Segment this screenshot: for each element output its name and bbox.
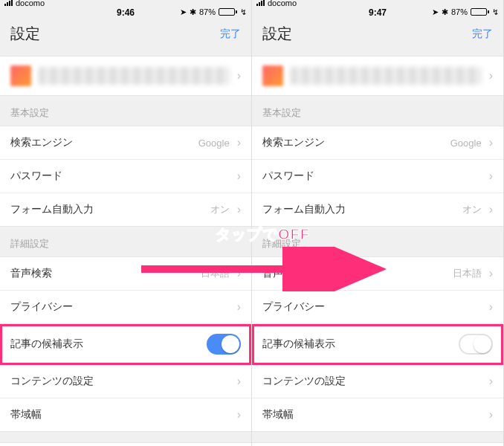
row-value: Google <box>198 138 230 149</box>
row-label: フォーム自動入力 <box>10 203 94 216</box>
location-icon: ➤ <box>180 7 187 17</box>
page-title: 設定 <box>10 24 40 44</box>
row-label: フォーム自動入力 <box>262 203 346 216</box>
nav-header: 設定 完了 <box>252 15 503 51</box>
done-button[interactable]: 完了 <box>472 28 493 41</box>
section-adv-header: 詳細設定 <box>252 227 503 256</box>
row-content-settings[interactable]: コンテンツの設定 › <box>0 365 251 398</box>
row-content-settings[interactable]: コンテンツの設定 › <box>252 365 503 398</box>
done-button[interactable]: 完了 <box>220 28 241 41</box>
row-label: 記事の候補表示 <box>262 337 335 351</box>
row-label: コンテンツの設定 <box>262 375 346 388</box>
row-value: 日本語 <box>201 267 230 280</box>
row-voice-search[interactable]: 音声検索 日本語› <box>252 257 503 291</box>
row-label: 記事の候補表示 <box>10 337 83 351</box>
bluetooth-icon: ✱ <box>442 7 448 17</box>
carrier-label: docomo <box>16 0 45 7</box>
charging-icon: ↯ <box>240 7 247 17</box>
nav-header: 設定 完了 <box>0 15 251 51</box>
battery-pct: 87% <box>451 7 468 16</box>
advanced-list: 音声検索 日本語› プライバシー › 記事の候補表示 コンテンツの設定 › 帯域… <box>252 256 503 432</box>
row-bandwidth[interactable]: 帯域幅 › <box>252 398 503 431</box>
account-row[interactable]: › <box>252 56 503 96</box>
row-article-suggestions[interactable]: 記事の候補表示 <box>0 324 251 365</box>
chevron-right-icon: › <box>237 204 241 216</box>
basic-list: 検索エンジン Google› パスワード › フォーム自動入力 オン› <box>252 126 503 227</box>
section-basic-header: 基本設定 <box>252 96 503 126</box>
row-label: パスワード <box>10 169 62 183</box>
avatar <box>10 65 31 86</box>
row-label: 帯域幅 <box>262 408 294 421</box>
row-privacy[interactable]: プライバシー › <box>0 291 251 324</box>
account-info-blurred <box>39 67 230 85</box>
row-article-suggestions[interactable]: 記事の候補表示 <box>252 324 503 365</box>
row-label: プライバシー <box>262 300 325 314</box>
chevron-right-icon: › <box>489 268 493 279</box>
row-label: 検索エンジン <box>10 136 73 149</box>
toggle-off[interactable] <box>459 334 493 355</box>
bluetooth-icon: ✱ <box>190 7 196 17</box>
row-label: パスワード <box>262 169 314 183</box>
row-about-chrome[interactable]: Google Chrome › <box>252 442 503 446</box>
battery-icon <box>471 8 489 16</box>
chevron-right-icon: › <box>237 375 241 387</box>
row-value: Google <box>450 138 482 149</box>
row-autofill[interactable]: フォーム自動入力 オン› <box>252 193 503 226</box>
chevron-right-icon: › <box>237 409 241 421</box>
battery-icon <box>219 8 237 16</box>
row-value: オン <box>210 203 230 216</box>
chevron-right-icon: › <box>489 409 493 421</box>
row-bandwidth[interactable]: 帯域幅 › <box>0 398 251 431</box>
basic-list: 検索エンジン Google› パスワード › フォーム自動入力 オン› <box>0 126 251 227</box>
chevron-right-icon: › <box>237 137 241 149</box>
row-label: 検索エンジン <box>262 136 325 149</box>
row-search-engine[interactable]: 検索エンジン Google› <box>252 126 503 160</box>
row-passwords[interactable]: パスワード › <box>252 160 503 193</box>
battery-pct: 87% <box>199 7 216 16</box>
row-value: 日本語 <box>453 267 482 280</box>
phone-right: docomo 9:47 ➤ ✱ 87% ↯ 設定 完了 › 基本設定 <box>252 0 504 446</box>
row-autofill[interactable]: フォーム自動入力 オン› <box>0 193 251 226</box>
chevron-right-icon: › <box>489 70 493 82</box>
advanced-list: 音声検索 日本語› プライバシー › 記事の候補表示 コンテンツの設定 › 帯域… <box>0 256 251 432</box>
phone-left: docomo 9:46 ➤ ✱ 87% ↯ 設定 完了 › 基本設定 <box>0 0 252 446</box>
signal-icon <box>256 0 265 6</box>
clock: 9:47 <box>369 7 387 18</box>
account-row[interactable]: › <box>0 56 251 96</box>
row-label: 音声検索 <box>10 267 52 280</box>
row-label: 帯域幅 <box>10 408 42 421</box>
row-passwords[interactable]: パスワード › <box>0 160 251 193</box>
carrier-label: docomo <box>268 0 297 7</box>
row-label: プライバシー <box>10 300 73 314</box>
row-value: オン <box>462 203 482 216</box>
row-about-chrome[interactable]: Google Chrome › <box>0 442 251 446</box>
chevron-right-icon: › <box>237 268 241 279</box>
comparison-canvas: docomo 9:46 ➤ ✱ 87% ↯ 設定 完了 › 基本設定 <box>0 0 504 446</box>
page-title: 設定 <box>262 24 292 44</box>
section-basic-header: 基本設定 <box>0 96 251 126</box>
account-info-blurred <box>291 67 482 85</box>
chevron-right-icon: › <box>237 301 241 313</box>
row-privacy[interactable]: プライバシー › <box>252 291 503 324</box>
row-voice-search[interactable]: 音声検索 日本語› <box>0 257 251 291</box>
location-icon: ➤ <box>432 7 439 17</box>
row-search-engine[interactable]: 検索エンジン Google› <box>0 126 251 160</box>
status-bar: docomo 9:46 ➤ ✱ 87% ↯ <box>0 0 251 15</box>
row-label: 音声検索 <box>262 267 304 280</box>
chevron-right-icon: › <box>489 301 493 313</box>
section-adv-header: 詳細設定 <box>0 227 251 256</box>
toggle-on[interactable] <box>207 334 241 355</box>
clock: 9:46 <box>117 7 135 18</box>
row-label: コンテンツの設定 <box>10 375 94 388</box>
chevron-right-icon: › <box>489 375 493 387</box>
chevron-right-icon: › <box>237 70 241 82</box>
status-bar: docomo 9:47 ➤ ✱ 87% ↯ <box>252 0 503 15</box>
chevron-right-icon: › <box>237 170 241 182</box>
chevron-right-icon: › <box>489 204 493 216</box>
chevron-right-icon: › <box>489 137 493 149</box>
charging-icon: ↯ <box>492 7 499 17</box>
chevron-right-icon: › <box>489 170 493 182</box>
signal-icon <box>4 0 13 6</box>
avatar <box>262 65 283 86</box>
